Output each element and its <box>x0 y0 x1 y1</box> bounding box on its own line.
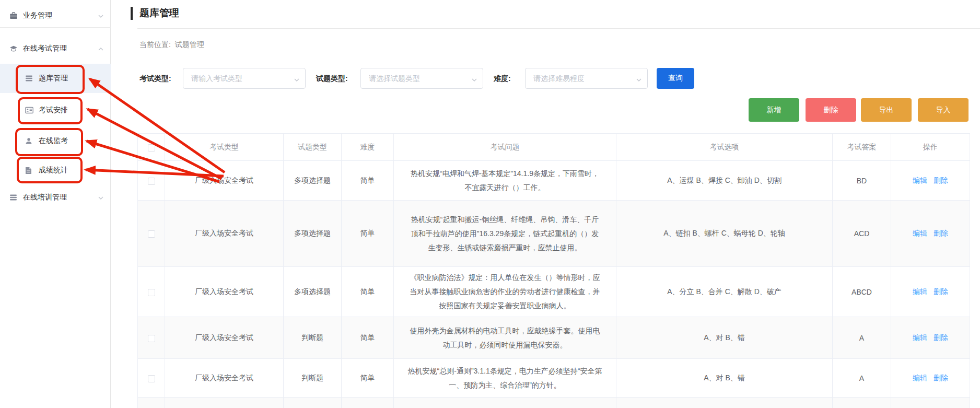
cell-difficulty: 简单 <box>342 201 394 267</box>
sidebar-item-online-proctor[interactable]: 在线监考 <box>0 126 111 156</box>
question-table: 考试类型 试题类型 难度 考试问题 考试选项 考试答案 操作 厂级入场安全考试 … <box>137 133 970 408</box>
question-type-select[interactable] <box>361 68 483 88</box>
table-row: 厂级入场安全考试 判断题 简单 热机安规“总则-通则”3.1.1条规定，电力生产… <box>138 359 970 398</box>
cell-question-type: 多项选择题 <box>284 267 342 317</box>
sidebar-item-business[interactable]: 业务管理 <box>0 4 111 27</box>
breadcrumb-label: 当前位置: <box>139 40 171 49</box>
exam-type-input[interactable] <box>183 68 305 88</box>
cell-exam-type: 厂级入场安全考试 <box>165 267 284 317</box>
sidebar-item-online-exam[interactable]: 在线考试管理 <box>0 37 111 61</box>
table-header-row: 考试类型 试题类型 难度 考试问题 考试选项 考试答案 操作 <box>138 134 970 161</box>
row-checkbox[interactable] <box>148 230 155 238</box>
chevron-down-icon <box>98 13 104 21</box>
sidebar-item-label: 在线考试管理 <box>23 44 67 53</box>
breadcrumb: 当前位置: 试题管理 <box>139 40 206 50</box>
cell-difficulty: 简单 <box>342 161 394 201</box>
cell-options: A、分立 B、合并 C、解散 D、破产 <box>616 267 833 317</box>
cell-question-type <box>284 398 342 408</box>
question-type-label: 试题类型: <box>316 68 348 89</box>
graduation-cap-icon <box>9 44 18 53</box>
sidebar-item-online-training[interactable]: 在线培训管理 <box>0 185 111 210</box>
sidebar-item-label: 成绩统计 <box>39 166 68 175</box>
select-all-checkbox[interactable] <box>148 144 155 151</box>
cell-question-type: 多项选择题 <box>284 201 342 267</box>
sidebar-divider <box>0 27 111 28</box>
cell-difficulty <box>342 398 394 408</box>
briefcase-icon <box>9 11 18 20</box>
page-title: 题库管理 <box>139 6 179 20</box>
import-button[interactable]: 导入 <box>918 98 969 122</box>
row-checkbox[interactable] <box>148 178 155 185</box>
title-accent-bar <box>131 7 133 20</box>
table-row: 厂级入场安全考试 多项选择题 简单 热机安规“电焊和气焊-基本规定”14.1.9… <box>138 161 970 201</box>
cell-question-type: 判断题 <box>284 317 342 359</box>
row-checkbox[interactable] <box>148 335 155 342</box>
sidebar-item-label: 考试安排 <box>39 106 68 115</box>
cell-options <box>616 398 833 408</box>
delete-link[interactable]: 删除 <box>934 287 948 296</box>
table-row: 厂级入场安全考试 判断题 简单 使用外壳为金属材料的电动工具时，应戴绝缘手套。使… <box>138 317 970 359</box>
list-bars-icon <box>25 74 33 83</box>
cell-answer: A <box>833 317 891 359</box>
edit-link[interactable]: 编辑 <box>913 287 927 296</box>
add-button[interactable]: 新增 <box>749 98 799 122</box>
col-actions: 操作 <box>891 134 970 161</box>
chevron-up-icon <box>98 45 104 54</box>
delete-link[interactable]: 删除 <box>934 333 948 342</box>
difficulty-select[interactable] <box>526 68 647 88</box>
cell-question: 热机安规“总则-通则”3.1.1条规定，电力生产必须坚持“安全第一、预防为主、综… <box>394 359 616 398</box>
cell-question: 《职业病防治法》规定：用人单位在发生（）等情形时，应当对从事接触职业病危害的作业… <box>394 267 616 317</box>
chevron-down-icon <box>294 76 300 85</box>
breadcrumb-value: 试题管理 <box>175 40 204 49</box>
chevron-down-icon <box>98 194 104 203</box>
id-card-icon <box>25 106 33 114</box>
cell-question-type: 判断题 <box>284 359 342 398</box>
cell-options: A、对 B、错 <box>616 359 833 398</box>
sidebar-item-label: 在线监考 <box>39 136 68 146</box>
query-button[interactable]: 查询 <box>657 68 694 89</box>
cell-exam-type: 厂级入场安全考试 <box>165 317 284 359</box>
col-difficulty: 难度 <box>342 134 394 161</box>
row-checkbox[interactable] <box>148 375 155 382</box>
delete-link[interactable]: 删除 <box>934 229 948 237</box>
delete-link[interactable]: 删除 <box>934 374 948 382</box>
exam-type-input-wrap <box>183 68 306 89</box>
sidebar-item-question-bank[interactable]: 题库管理 <box>0 64 111 93</box>
document-icon <box>25 166 33 174</box>
edit-link[interactable]: 编辑 <box>913 229 927 237</box>
cell-question: 热机安规“起重和搬运-钢丝绳、纤维绳、吊钩、滑车、千斤顶和手拉葫芦的使用”16.… <box>394 201 616 267</box>
col-answer: 考试答案 <box>833 134 891 161</box>
sidebar: 业务管理 在线考试管理 题库管理 考试安排 在线监考 <box>0 0 111 408</box>
cell-options: A、对 B、错 <box>616 317 833 359</box>
edit-link[interactable]: 编辑 <box>913 176 927 184</box>
edit-link[interactable]: 编辑 <box>913 333 927 342</box>
cell-difficulty: 简单 <box>342 359 394 398</box>
sidebar-item-label: 业务管理 <box>23 11 52 20</box>
page-title-block: 题库管理 <box>131 6 179 20</box>
table-row: 厂级入场安全考试 多项选择题 简单 《职业病防治法》规定：用人单位在发生（）等情… <box>138 267 970 317</box>
sidebar-item-score-stats[interactable]: 成绩统计 <box>0 157 111 184</box>
cell-options: A、运煤 B、焊接 C、卸油 D、切割 <box>616 161 833 201</box>
chevron-down-icon <box>636 76 642 85</box>
export-button[interactable]: 导出 <box>861 98 912 122</box>
table-row: 厂级入场安全考试 多项选择题 简单 热机安规“起重和搬运-钢丝绳、纤维绳、吊钩、… <box>138 201 970 267</box>
row-checkbox[interactable] <box>148 289 155 296</box>
cell-difficulty: 简单 <box>342 317 394 359</box>
cell-difficulty: 简单 <box>342 267 394 317</box>
delete-button[interactable]: 删除 <box>806 98 856 122</box>
cell-answer: BD <box>833 161 891 201</box>
cell-exam-type: 厂级入场安全考试 <box>165 359 284 398</box>
col-exam-type: 考试类型 <box>165 134 284 161</box>
edit-link[interactable]: 编辑 <box>913 374 927 382</box>
cell-question: 热机安规“电焊和气焊-基本规定”14.1.9条规定，下雨雪时，不宜露天进行（）工… <box>394 161 616 201</box>
exam-type-label: 考试类型: <box>139 68 171 89</box>
user-icon <box>25 137 33 145</box>
col-question: 考试问题 <box>394 134 616 161</box>
question-type-select-wrap <box>360 68 483 89</box>
sidebar-item-label: 题库管理 <box>39 74 68 83</box>
sidebar-item-exam-schedule[interactable]: 考试安排 <box>0 96 111 124</box>
question-table-wrap: 考试类型 试题类型 难度 考试问题 考试选项 考试答案 操作 厂级入场安全考试 … <box>137 133 970 408</box>
cell-answer: A <box>833 359 891 398</box>
delete-link[interactable]: 删除 <box>934 176 948 184</box>
question-table-body: 厂级入场安全考试 多项选择题 简单 热机安规“电焊和气焊-基本规定”14.1.9… <box>138 161 970 408</box>
